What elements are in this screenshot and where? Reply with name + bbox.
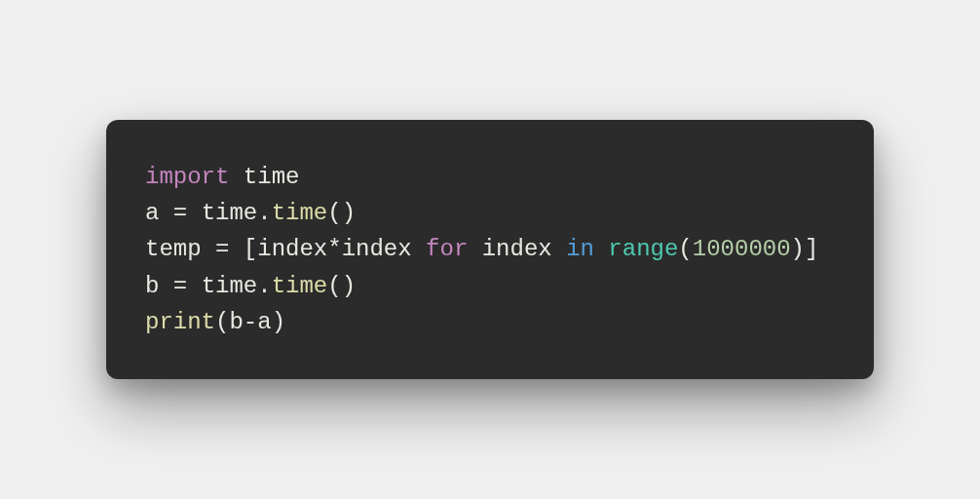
paren-open: ( (678, 236, 692, 262)
space (552, 236, 566, 262)
expression: b-a (229, 309, 271, 335)
number-literal: 1000000 (693, 236, 791, 262)
parens: () (327, 273, 356, 299)
space (412, 236, 426, 262)
space (187, 273, 201, 299)
iterator: index (482, 236, 552, 262)
keyword-for: for (426, 236, 468, 262)
paren-open: ( (215, 309, 229, 335)
builtin-print: print (145, 309, 215, 335)
equals: = (215, 236, 229, 262)
paren-close: ) (791, 236, 805, 262)
variable-a: a (145, 200, 173, 226)
space (229, 164, 243, 190)
equals: = (173, 273, 187, 299)
object-time: time. (202, 200, 272, 226)
keyword-import: import (145, 164, 229, 190)
paren-close: ) (272, 309, 285, 335)
parens: () (327, 200, 356, 226)
space (468, 236, 481, 262)
code-content: import time a = time.time() temp = [inde… (145, 159, 835, 340)
code-block: import time a = time.time() temp = [inde… (106, 120, 874, 379)
module-name: time (244, 164, 300, 190)
equals: = (173, 200, 187, 226)
function-time: time (272, 273, 328, 299)
space (187, 200, 201, 226)
variable-b: b (145, 273, 173, 299)
variable-temp: temp (145, 236, 215, 262)
bracket-close: ] (805, 236, 818, 262)
keyword-in: in (566, 236, 594, 262)
space (594, 236, 608, 262)
builtin-range: range (608, 236, 678, 262)
expression: index*index (257, 236, 411, 262)
object-time: time. (202, 273, 272, 299)
space (229, 236, 243, 262)
bracket-open: [ (244, 236, 257, 262)
function-time: time (272, 200, 328, 226)
